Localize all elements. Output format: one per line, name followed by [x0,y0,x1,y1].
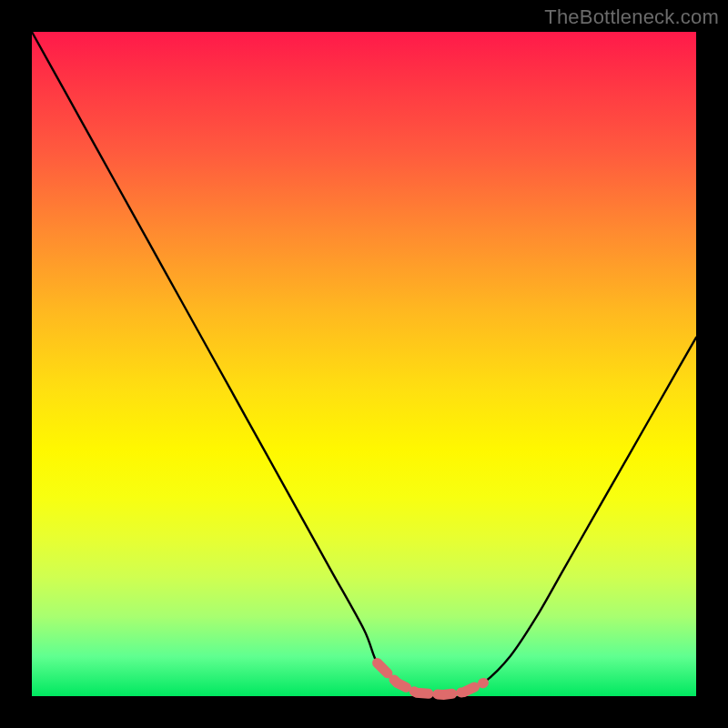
curve-svg [32,32,696,696]
watermark-text: TheBottleneck.com [544,5,719,29]
optimal-range-marker [378,663,484,695]
plot-area [32,32,696,696]
chart-canvas: TheBottleneck.com [0,0,728,728]
bottleneck-curve [32,32,696,695]
